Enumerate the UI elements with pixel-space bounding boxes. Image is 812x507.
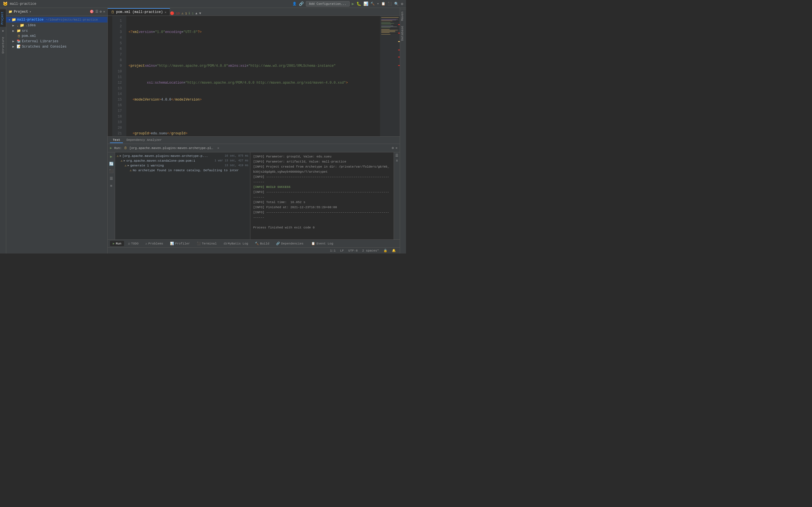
run-play-button[interactable]: ▶ <box>108 154 114 160</box>
profiler-tab-icon: 📊 <box>170 242 174 245</box>
run-tree-time-2: 13 sec, 419 ms <box>225 164 248 167</box>
prev-error-icon[interactable]: ▲ <box>195 11 197 15</box>
profiler-tab-label: Profiler <box>175 242 190 245</box>
app-title: mall-practice <box>10 2 36 6</box>
run-button[interactable]: ▶ <box>352 1 354 6</box>
error-count: 13 <box>176 12 180 15</box>
tab-text[interactable]: Text <box>110 137 123 143</box>
locate-icon[interactable]: 🎯 <box>90 10 94 14</box>
project-root-path: ~/IdeaProjects/mall-practice <box>46 18 98 21</box>
run-tree-name-2: generate 1 warning <box>130 164 164 167</box>
bottom-tab-build[interactable]: 🔨 Build <box>252 241 272 246</box>
fold-icon[interactable]: ☰ <box>395 154 398 158</box>
out-line-4: [INFO] ---------------------------------… <box>253 174 391 184</box>
bottom-tab-event-log[interactable]: 📋 Event Log <box>308 241 336 246</box>
settings-button[interactable]: ⚙ <box>401 2 403 6</box>
run-config-label[interactable]: [org.apache.maven.plugins:maven-archetyp… <box>130 147 214 150</box>
add-config-button[interactable]: Add Configuration... <box>306 1 349 6</box>
run-panel-buttons: ⚙ ✕ <box>392 146 398 150</box>
favorites-icon[interactable]: ★ <box>1 27 5 35</box>
toolbar-actions: 👤 🔗 Add Configuration... ▶ 🐛 📊 🔨 ▾ 📋 ⬛ 🔍… <box>292 1 403 6</box>
minimap[interactable] <box>380 16 400 136</box>
run-rerun-button[interactable]: 🔄 <box>108 161 114 167</box>
run-tree-item-1[interactable]: ⚠ ▶ org.apache.maven:standalone-pom:pom:… <box>119 158 250 163</box>
stop-button[interactable]: ⬛ <box>388 2 392 6</box>
run-panel: ▶ Run: 🗒 [org.apache.maven.plugins:maven… <box>108 144 400 239</box>
editor-tab-pom[interactable]: 🗒 pom.xml (mall-practice) ✕ <box>108 8 170 15</box>
out-line-1: [INFO] Parameter: groupId, Value: edu.su… <box>253 154 391 159</box>
user-icon[interactable]: 👤 <box>292 2 297 6</box>
run-config-close[interactable]: ✕ <box>217 146 219 150</box>
cog-icon[interactable]: ⚙ <box>100 10 102 14</box>
tree-arrow-idea: ▶ <box>12 24 14 27</box>
bottom-tab-terminal[interactable]: ⬛ Terminal <box>194 241 220 246</box>
run-content: ▶ 🔄 ⬛ ☰ ≡ ⚠ ▶ [org.apache.maven.plugins:… <box>108 152 400 239</box>
bottom-tab-problems[interactable]: ⚠ Problems <box>142 241 166 246</box>
tree-item-root[interactable]: ▾ 📁 mall-practice ~/IdeaProjects/mall-pr… <box>6 17 107 22</box>
coverage-button[interactable]: 📋 <box>381 2 386 6</box>
run-close-icon[interactable]: ✕ <box>396 146 398 150</box>
more-run-options[interactable]: ▾ <box>377 2 379 6</box>
search-button[interactable]: 🔍 <box>394 2 399 6</box>
vcs-status[interactable]: 🔒 <box>382 249 389 252</box>
run-settings-icon[interactable]: ⚙ <box>392 146 394 150</box>
tree-item-pom[interactable]: 🗒 pom.xml <box>6 34 107 39</box>
scratches-name: Scratches and Consoles <box>22 45 66 49</box>
out-line-11: Process finished with exit code 0 <box>253 225 391 230</box>
dependencies-tab-icon: 🔗 <box>276 242 280 245</box>
close-panel-icon[interactable]: ✕ <box>103 10 105 14</box>
editor-bottom-tabs: Text Dependency Analyzer <box>108 136 400 144</box>
tree-item-src[interactable]: ▶ 📁 src <box>6 28 107 34</box>
tree-item-idea[interactable]: ▶ . 📁 .idea <box>6 22 107 28</box>
bottom-tab-profiler[interactable]: 📊 Profiler <box>167 241 193 246</box>
pom-tab-close[interactable]: ✕ <box>165 10 167 14</box>
right-sidebar-database[interactable]: Database <box>400 24 406 43</box>
debug-button[interactable]: 🐛 <box>356 1 361 6</box>
run-tree-item-0[interactable]: ⚠ ▶ [org.apache.maven.plugins:maven-arch… <box>115 154 250 158</box>
tree-item-ext-libs[interactable]: ▶ 📚 External Libraries <box>6 39 107 44</box>
ext-libs-icon: 📚 <box>17 39 21 43</box>
profile-button[interactable]: 📊 <box>363 1 368 6</box>
notifications-icon[interactable]: 🔔 <box>391 249 397 252</box>
project-panel-dropdown[interactable]: ▾ <box>29 10 31 13</box>
idea-name: .idea <box>26 23 36 27</box>
bottom-tab-mybatis[interactable]: 🗃 MyBatis Log <box>221 241 251 246</box>
out-line-9: [INFO] ---------------------------------… <box>253 210 391 220</box>
tree-item-scratches[interactable]: ▶ 📝 Scratches and Consoles <box>6 44 107 49</box>
run-stop-button[interactable]: ⬛ <box>108 168 114 174</box>
cursor-position[interactable]: 1:1 <box>329 249 337 252</box>
next-error-icon[interactable]: ▼ <box>199 11 201 15</box>
bottom-tab-todo[interactable]: ☑ TODO <box>125 241 141 246</box>
warning-count: 1 <box>185 12 187 15</box>
vcs-icon[interactable]: 🔗 <box>299 1 304 6</box>
run-align-button[interactable]: ≡ <box>108 183 114 189</box>
mybatis-tab-icon: 🗃 <box>223 242 227 245</box>
problems-tab-icon: ⚠ <box>145 242 147 245</box>
indent-status[interactable]: 2 spaces* <box>361 249 380 252</box>
bottom-toolbar: ▶ Run ☑ TODO ⚠ Problems 📊 Profiler ⬛ Ter… <box>108 239 400 247</box>
structure-icon[interactable]: Structure <box>1 35 5 56</box>
code-editor[interactable]: <?xml version="1.0" encoding="UTF-8"?> <… <box>126 16 380 136</box>
run-tree-item-2[interactable]: ⚠ ▶ generate 1 warning 13 sec, 419 ms <box>123 163 250 168</box>
code-line-7: <groupId>edu.sueu</groupId> <box>129 131 378 136</box>
bottom-tab-dependencies[interactable]: 🔗 Dependencies <box>273 241 306 246</box>
run-action-buttons: ▶ 🔄 ⬛ ☰ ≡ <box>108 152 115 239</box>
line-numbers: 1 2 3 4 5 6 7 8 9 10 11 12 13 14 15 16 1… <box>112 16 126 136</box>
tree-arrow-root: ▾ <box>8 18 10 22</box>
fold-all-icon[interactable]: ≡ <box>396 159 398 163</box>
dependencies-tab-label: Dependencies <box>281 242 303 245</box>
build-button[interactable]: 🔨 <box>370 2 375 6</box>
project-tab-icon[interactable]: Project <box>0 9 6 27</box>
run-tree-item-3[interactable]: ⚠ No archetype found in remote catalog. … <box>115 168 250 173</box>
line-separator[interactable]: LF <box>339 249 345 252</box>
tab-dependency-analyzer[interactable]: Dependency Analyzer <box>123 137 164 143</box>
run-tree-time-0: 16 sec, 875 ms <box>225 154 248 158</box>
run-output[interactable]: [INFO] Parameter: groupId, Value: edu.su… <box>250 152 394 239</box>
encoding-status[interactable]: UTF-8 <box>347 249 359 252</box>
bottom-tab-run[interactable]: ▶ Run <box>110 241 124 246</box>
right-sidebar-maven[interactable]: Maven <box>400 9 406 23</box>
collapse-all-icon[interactable]: ☰ <box>95 10 98 14</box>
out-line-6: [INFO] ---------------------------------… <box>253 189 391 200</box>
run-filter-button[interactable]: ☰ <box>108 175 114 182</box>
run-config-icon: 🗒 <box>124 146 127 150</box>
